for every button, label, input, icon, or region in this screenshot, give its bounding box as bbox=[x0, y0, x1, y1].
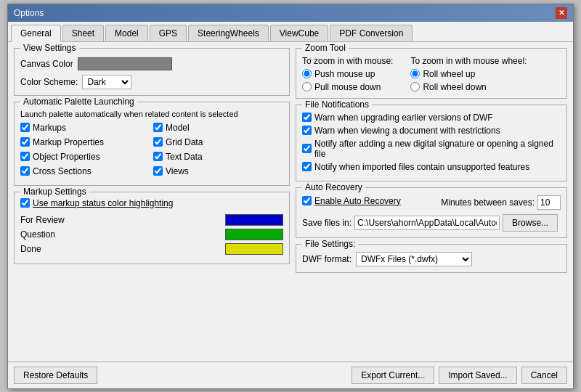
label-markup-properties: Markup Properties bbox=[33, 137, 104, 147]
label-markups: Markups bbox=[33, 123, 66, 133]
checkbox-use-color-highlighting[interactable] bbox=[20, 198, 30, 208]
auto-recovery-group: Auto Recovery Enable Auto Recovery Minut… bbox=[296, 187, 567, 238]
tab-pdfconversion[interactable]: PDF Conversion bbox=[330, 25, 413, 41]
checkbox-text-data[interactable] bbox=[153, 152, 163, 161]
label-model: Model bbox=[166, 123, 190, 133]
notify-unsupported-row: Notify when imported files contain unsup… bbox=[302, 162, 561, 172]
canvas-color-label: Canvas Color bbox=[20, 59, 73, 69]
tab-model[interactable]: Model bbox=[105, 25, 148, 41]
view-settings-title: View Settings bbox=[20, 43, 79, 53]
import-saved-button[interactable]: Import Saved... bbox=[439, 367, 516, 384]
markup-settings-group: Markup Settings Use markup status color … bbox=[14, 192, 290, 264]
label-enable-auto-recovery: Enable Auto Recovery bbox=[314, 196, 401, 206]
push-mouse-up-row: Push mouse up bbox=[302, 69, 393, 79]
dialog-title: Options bbox=[14, 8, 44, 18]
close-button[interactable]: ✕ bbox=[556, 7, 567, 19]
palette-model: Model bbox=[153, 123, 283, 133]
left-panel: View Settings Canvas Color Color Scheme:… bbox=[14, 48, 290, 356]
checkbox-model[interactable] bbox=[153, 123, 163, 132]
file-settings-title: File Settings: bbox=[302, 239, 358, 249]
restore-defaults-button[interactable]: Restore Defaults bbox=[14, 367, 97, 384]
checkbox-object-properties[interactable] bbox=[20, 152, 30, 161]
radio-roll-wheel-down[interactable] bbox=[410, 82, 420, 91]
checkbox-views[interactable] bbox=[153, 166, 163, 176]
tab-steeringwheels[interactable]: SteeringWheels bbox=[188, 25, 269, 41]
file-settings-group: File Settings: DWF format: DWFx Files (*… bbox=[296, 244, 567, 273]
notify-signature-row: Notify after adding a new digital signat… bbox=[302, 139, 561, 159]
options-dialog: Options ✕ General Sheet Model GPS Steeri… bbox=[7, 4, 574, 389]
label-pull-mouse-down: Pull mouse down bbox=[314, 82, 381, 92]
zoom-mouse-label: To zoom in with mouse: bbox=[302, 56, 393, 66]
minutes-input[interactable] bbox=[537, 195, 561, 210]
file-notifications-title: File Notifications bbox=[302, 99, 372, 110]
done-color[interactable] bbox=[225, 243, 283, 255]
label-text-data: Text Data bbox=[166, 152, 203, 162]
zoom-wheel-section: To zoom in with mouse wheel: Roll wheel … bbox=[410, 56, 527, 92]
dwf-format-select[interactable]: DWFx Files (*.dwfx) DWF Files (*.dwf) bbox=[356, 252, 472, 266]
save-files-row: Save files in: Browse... bbox=[302, 214, 561, 232]
palette-markup-properties: Markup Properties bbox=[20, 137, 150, 147]
color-scheme-label: Color Scheme: bbox=[20, 77, 78, 87]
radio-pull-mouse-down[interactable] bbox=[302, 82, 312, 91]
file-notifications-group: File Notifications Warn when upgrading e… bbox=[296, 105, 567, 181]
checkbox-enable-auto-recovery[interactable] bbox=[302, 196, 312, 205]
label-save-files: Save files in: bbox=[302, 218, 352, 228]
browse-button[interactable]: Browse... bbox=[503, 214, 558, 232]
label-question: Question bbox=[20, 229, 55, 240]
auto-recovery-title: Auto Recovery bbox=[302, 182, 365, 192]
roll-wheel-down-row: Roll wheel down bbox=[410, 82, 527, 92]
palette-markups: Markups bbox=[20, 123, 150, 133]
tab-sheet[interactable]: Sheet bbox=[62, 25, 104, 41]
zoom-mouse-section: To zoom in with mouse: Push mouse up Pul… bbox=[302, 56, 393, 92]
zoom-tool-title: Zoom Tool bbox=[302, 43, 349, 53]
checkbox-notify-unsupported[interactable] bbox=[302, 162, 312, 171]
for-review-row: For Review bbox=[20, 214, 283, 226]
checkbox-notify-signature[interactable] bbox=[302, 144, 312, 153]
auto-recovery-row: Enable Auto Recovery Minutes between sav… bbox=[302, 195, 561, 210]
checkbox-cross-sections[interactable] bbox=[20, 166, 30, 176]
tab-gps[interactable]: GPS bbox=[150, 25, 187, 41]
checkbox-markups[interactable] bbox=[20, 123, 30, 132]
auto-palette-title: Automatic Palette Launching bbox=[20, 97, 137, 107]
tab-bar: General Sheet Model GPS SteeringWheels V… bbox=[8, 22, 573, 42]
label-notify-signature: Notify after adding a new digital signat… bbox=[314, 139, 561, 159]
minutes-row: Minutes between saves: bbox=[441, 195, 561, 210]
for-review-color[interactable] bbox=[225, 214, 283, 226]
label-for-review: For Review bbox=[20, 215, 65, 225]
checkbox-notify-restrictions[interactable] bbox=[302, 126, 312, 135]
radio-push-mouse-up[interactable] bbox=[302, 69, 312, 78]
markup-settings-title: Markup Settings bbox=[20, 187, 89, 197]
tab-viewcube[interactable]: ViewCube bbox=[270, 25, 328, 41]
checkbox-markup-properties[interactable] bbox=[20, 137, 30, 147]
label-dwf-format: DWF format: bbox=[302, 254, 352, 264]
zoom-tool-group: Zoom Tool To zoom in with mouse: Push mo… bbox=[296, 48, 567, 99]
notify-upgrade-row: Warn when upgrading earlier versions of … bbox=[302, 113, 561, 123]
label-notify-restrictions: Warn when viewing a document with restri… bbox=[314, 126, 500, 136]
export-current-button[interactable]: Export Current... bbox=[352, 367, 434, 384]
main-content: View Settings Canvas Color Color Scheme:… bbox=[8, 42, 573, 362]
label-roll-wheel-up: Roll wheel up bbox=[423, 69, 475, 79]
checkbox-notify-upgrade[interactable] bbox=[302, 113, 312, 122]
radio-roll-wheel-up[interactable] bbox=[410, 69, 420, 78]
label-object-properties: Object Properties bbox=[33, 152, 100, 162]
canvas-color-swatch[interactable] bbox=[78, 57, 172, 70]
question-row: Question bbox=[20, 229, 283, 240]
label-push-mouse-up: Push mouse up bbox=[314, 69, 375, 79]
question-color[interactable] bbox=[225, 229, 283, 240]
view-settings-group: View Settings Canvas Color Color Scheme:… bbox=[14, 48, 290, 96]
cancel-button[interactable]: Cancel bbox=[521, 367, 567, 384]
use-color-highlighting-row: Use markup status color highlighting bbox=[20, 198, 283, 208]
dwf-format-row: DWF format: DWFx Files (*.dwfx) DWF File… bbox=[302, 252, 561, 266]
checkbox-grid-data[interactable] bbox=[153, 137, 163, 147]
done-row: Done bbox=[20, 243, 283, 255]
tab-general[interactable]: General bbox=[11, 25, 61, 42]
color-scheme-select[interactable]: Dark Light Custom bbox=[82, 75, 131, 89]
palette-cross-sections: Cross Sections bbox=[20, 166, 150, 176]
label-notify-upgrade: Warn when upgrading earlier versions of … bbox=[314, 113, 493, 123]
label-cross-sections: Cross Sections bbox=[33, 166, 92, 176]
roll-wheel-up-row: Roll wheel up bbox=[410, 69, 527, 79]
label-views: Views bbox=[166, 166, 189, 176]
save-path-input[interactable] bbox=[354, 216, 500, 230]
label-roll-wheel-down: Roll wheel down bbox=[423, 82, 486, 92]
footer: Restore Defaults Export Current... Impor… bbox=[8, 362, 573, 388]
